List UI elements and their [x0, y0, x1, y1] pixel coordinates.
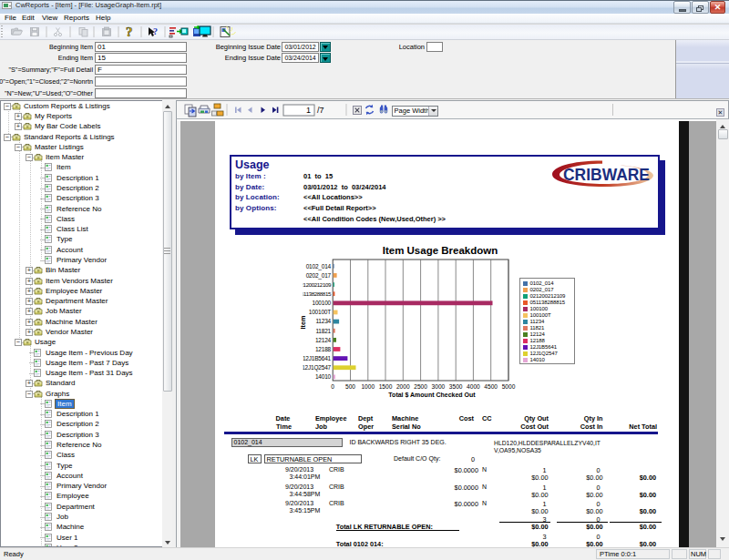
- svg-text:?: ?: [153, 26, 158, 36]
- svg-text:021200212109: 021200212109: [299, 281, 332, 288]
- svg-text:12J1B5641: 12J1B5641: [303, 355, 332, 361]
- svg-text:051138288815: 051138288815: [299, 290, 332, 297]
- svg-text:100100: 100100: [313, 300, 332, 306]
- svg-text:11821: 11821: [315, 328, 331, 334]
- svg-text:Total $ Amount Checked Out: Total $ Amount Checked Out: [388, 392, 476, 399]
- svg-text:500: 500: [345, 383, 355, 390]
- svg-text:2000: 2000: [396, 383, 410, 390]
- svg-text:12124: 12124: [315, 337, 332, 343]
- svg-text:Item Usage Breakdown: Item Usage Breakdown: [383, 245, 498, 256]
- svg-text:2500: 2500: [414, 383, 427, 390]
- svg-text:/7: /7: [317, 106, 324, 115]
- svg-text:1: 1: [306, 106, 311, 115]
- svg-text:Item: Item: [299, 316, 307, 330]
- svg-text:0: 0: [331, 383, 334, 390]
- svg-text:4000: 4000: [467, 383, 480, 390]
- svg-text:0202_017: 0202_017: [306, 272, 332, 280]
- svg-text:100100T: 100100T: [309, 309, 331, 315]
- svg-text:0102_014: 0102_014: [306, 263, 332, 270]
- svg-text:3000: 3000: [432, 383, 446, 390]
- svg-text:4500: 4500: [484, 383, 498, 390]
- svg-text:5000: 5000: [502, 383, 516, 390]
- svg-text:1000: 1000: [361, 383, 375, 390]
- svg-text:12J1Q2547: 12J1Q2547: [302, 364, 331, 372]
- svg-text:3500: 3500: [449, 383, 463, 390]
- svg-text:1500: 1500: [379, 383, 393, 390]
- svg-text:11234: 11234: [315, 318, 331, 324]
- svg-text:CRIBWARE: CRIBWARE: [563, 165, 650, 184]
- svg-text:12188: 12188: [315, 346, 332, 352]
- svg-text:?: ?: [126, 25, 133, 39]
- svg-text:14010: 14010: [315, 373, 332, 380]
